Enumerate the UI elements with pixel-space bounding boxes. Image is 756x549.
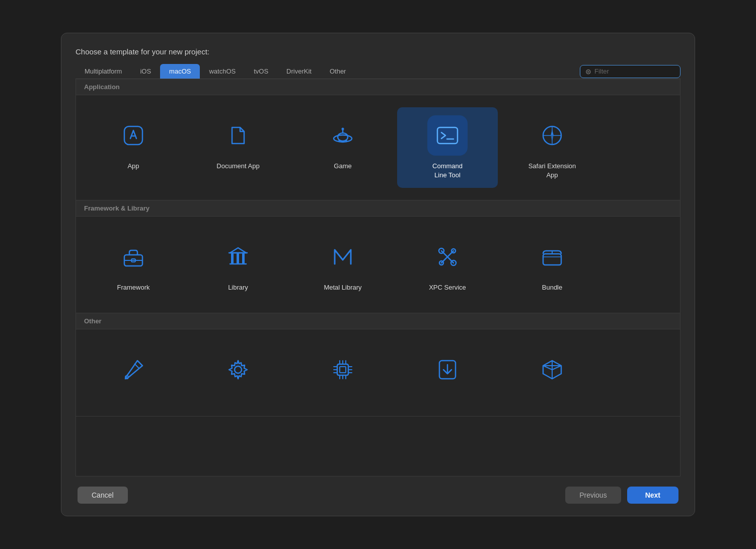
xpc-service-icon	[434, 244, 461, 270]
download-icon-bg	[427, 350, 468, 390]
bundle-icon-bg	[532, 237, 572, 277]
template-command-line-tool[interactable]: CommandLine Tool	[397, 107, 498, 188]
bundle-icon	[539, 244, 565, 270]
content-area: Application App Document	[75, 79, 681, 476]
template-metal-library[interactable]: Metal Library	[292, 229, 393, 300]
template-paintbrush[interactable]	[83, 341, 184, 404]
template-bundle-label: Bundle	[542, 283, 562, 292]
tab-multiplatform[interactable]: Multiplatform	[75, 64, 131, 79]
tab-macos[interactable]: macOS	[160, 64, 200, 79]
svg-point-2	[338, 133, 348, 141]
command-line-tool-icon-bg	[427, 115, 468, 156]
svg-rect-21	[231, 253, 234, 264]
safari-extension-app-icon	[539, 122, 565, 149]
safari-extension-app-icon-bg	[532, 115, 572, 156]
template-box3d[interactable]	[502, 341, 602, 404]
cancel-button[interactable]: Cancel	[78, 487, 128, 504]
dialog-title: Choose a template for your new project:	[75, 47, 681, 56]
application-grid: App Document App	[76, 95, 680, 200]
chip-icon-bg	[323, 350, 363, 390]
paintbrush-icon	[120, 357, 146, 383]
template-library[interactable]: Library	[188, 229, 288, 300]
svg-line-53	[543, 366, 552, 370]
next-button[interactable]: Next	[627, 487, 678, 504]
filter-icon: ⊜	[585, 67, 591, 76]
template-document-app-label: Document App	[216, 162, 259, 171]
chip-icon	[330, 357, 356, 383]
template-safari-extension-app[interactable]: Safari ExtensionApp	[502, 107, 602, 188]
other-grid	[76, 329, 680, 417]
game-icon	[330, 122, 356, 149]
command-line-tool-icon	[434, 122, 461, 149]
template-framework[interactable]: Framework	[83, 229, 184, 300]
metal-library-icon-bg	[323, 237, 363, 277]
filter-input-wrapper: ⊜	[580, 65, 681, 78]
previous-button[interactable]: Previous	[565, 487, 621, 504]
svg-line-32	[134, 364, 139, 369]
template-framework-label: Framework	[117, 283, 149, 292]
filter-container: ⊜	[580, 65, 681, 78]
template-gear[interactable]	[188, 341, 288, 404]
library-icon-bg	[218, 237, 258, 277]
xpc-service-icon-bg	[427, 237, 468, 277]
template-library-label: Library	[228, 283, 248, 292]
right-buttons: Previous Next	[565, 487, 678, 504]
template-command-line-tool-label: CommandLine Tool	[432, 162, 463, 180]
app-icon-bg	[113, 115, 154, 156]
template-download[interactable]	[397, 341, 498, 404]
svg-line-54	[552, 366, 561, 370]
svg-point-33	[125, 376, 128, 379]
game-icon-bg	[323, 115, 363, 156]
template-xpc-service-label: XPC Service	[429, 283, 466, 292]
download-icon	[434, 357, 461, 383]
metal-library-icon	[330, 244, 356, 270]
template-dialog: Choose a template for your new project: …	[61, 33, 695, 516]
svg-point-3	[338, 140, 340, 142]
template-xpc-service[interactable]: XPC Service	[397, 229, 498, 300]
template-safari-extension-app-label: Safari ExtensionApp	[528, 162, 576, 180]
box3d-icon-bg	[532, 350, 572, 390]
template-metal-library-label: Metal Library	[324, 283, 361, 292]
svg-rect-36	[340, 367, 346, 373]
svg-rect-23	[242, 253, 245, 264]
svg-point-5	[342, 141, 344, 143]
tab-driverkit[interactable]: DriverKit	[277, 64, 321, 79]
framework-icon	[120, 244, 146, 270]
footer: Cancel Previous Next	[75, 487, 681, 504]
svg-marker-20	[230, 248, 246, 253]
tab-other[interactable]: Other	[321, 64, 355, 79]
template-app[interactable]: App	[83, 107, 184, 188]
svg-rect-22	[237, 253, 239, 264]
template-app-label: App	[127, 162, 139, 171]
svg-point-4	[345, 140, 347, 142]
tab-watchos[interactable]: watchOS	[200, 64, 245, 79]
section-header-application: Application	[76, 79, 680, 95]
tab-tvos[interactable]: tvOS	[245, 64, 277, 79]
template-document-app[interactable]: Document App	[188, 107, 288, 188]
filter-input[interactable]	[594, 67, 675, 75]
svg-rect-35	[337, 364, 348, 375]
settings-icon	[225, 357, 251, 383]
template-game-label: Game	[334, 162, 351, 171]
svg-rect-30	[543, 254, 561, 265]
template-chip[interactable]	[292, 341, 393, 404]
box3d-icon	[539, 357, 565, 383]
document-app-icon-bg	[218, 115, 258, 156]
section-header-other: Other	[76, 313, 680, 329]
document-app-icon	[225, 122, 251, 149]
app-icon	[120, 122, 146, 149]
library-icon	[225, 244, 251, 270]
svg-point-7	[342, 128, 344, 130]
template-bundle[interactable]: Bundle	[502, 229, 602, 300]
tab-ios[interactable]: iOS	[131, 64, 160, 79]
template-game[interactable]: Game	[292, 107, 393, 188]
tabs-row: Multiplatform iOS macOS watchOS tvOS Dri…	[75, 64, 681, 79]
svg-point-34	[235, 366, 242, 373]
section-header-framework-library: Framework & Library	[76, 200, 680, 217]
framework-library-grid: Framework Library	[76, 217, 680, 313]
gear-icon-bg	[218, 350, 258, 390]
svg-rect-8	[437, 127, 458, 144]
framework-icon-bg	[113, 237, 154, 277]
paintbrush-icon-bg	[113, 350, 154, 390]
